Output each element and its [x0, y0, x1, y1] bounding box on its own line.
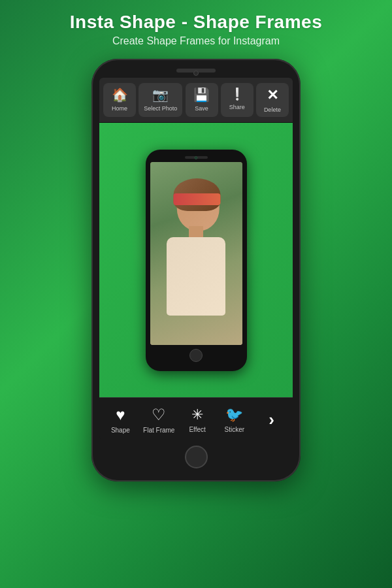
more-arrow-icon: › [269, 410, 274, 430]
delete-icon: ✕ [267, 87, 278, 104]
save-icon: 💾 [193, 87, 210, 103]
phone-outer-frame: 🏠 Home 📷 Select Photo 💾 Save ❕ Share ✕ [91, 59, 301, 482]
effect-nav-label: Effect [189, 426, 205, 433]
delete-label: Delete [264, 106, 281, 113]
inner-phone [146, 150, 247, 371]
headband [173, 193, 220, 205]
inner-home-button [189, 349, 203, 362]
share-label: Share [229, 104, 245, 110]
flat-frame-nav-label: Flat Frame [143, 427, 174, 434]
share-icon: ❕ [230, 87, 244, 101]
effect-icon: ✳ [191, 406, 203, 423]
more-nav-button[interactable]: › [255, 407, 289, 433]
effect-nav-button[interactable]: ✳ Effect [180, 404, 214, 436]
shape-nav-label: Shape [111, 427, 130, 434]
toolbar: 🏠 Home 📷 Select Photo 💾 Save ❕ Share ✕ [99, 78, 293, 123]
shape-nav-button[interactable]: ♥ Shape [103, 403, 137, 436]
sticker-icon: 🐦 [225, 406, 243, 423]
bottom-nav: ♥ Shape ♡ Flat Frame ✳ Effect 🐦 Sticker … [99, 397, 293, 440]
save-label: Save [195, 105, 208, 112]
sticker-nav-label: Sticker [225, 426, 245, 433]
home-label: Home [112, 105, 127, 112]
portrait-photo [150, 162, 242, 345]
home-icon: 🏠 [112, 87, 128, 103]
home-button[interactable]: 🏠 Home [103, 83, 136, 117]
portrait-figure [160, 175, 232, 345]
shape-icon: ♥ [116, 406, 125, 424]
body [167, 237, 225, 316]
inner-phone-camera [195, 156, 198, 159]
app-title: Insta Shape - Shape Frames [70, 12, 322, 33]
delete-button[interactable]: ✕ Delete [256, 83, 289, 117]
share-button[interactable]: ❕ Share [221, 83, 253, 117]
app-subtitle: Create Shape Frames for Instagram [70, 35, 322, 47]
phone-camera [193, 71, 199, 76]
select-photo-label: Select Photo [144, 105, 177, 112]
flat-frame-icon: ♡ [152, 406, 166, 424]
save-button[interactable]: 💾 Save [186, 83, 218, 117]
phone-mockup: 🏠 Home 📷 Select Photo 💾 Save ❕ Share ✕ [85, 59, 307, 588]
select-photo-button[interactable]: 📷 Select Photo [139, 83, 182, 117]
camera-icon: 📷 [152, 87, 169, 103]
header: Insta Shape - Shape Frames Create Shape … [57, 0, 335, 52]
phone-home-button[interactable] [185, 446, 208, 468]
photo-canvas[interactable] [99, 123, 293, 397]
phone-screen: 🏠 Home 📷 Select Photo 💾 Save ❕ Share ✕ [99, 78, 293, 440]
sticker-nav-button[interactable]: 🐦 Sticker [218, 404, 252, 436]
flat-frame-nav-button[interactable]: ♡ Flat Frame [140, 403, 177, 436]
